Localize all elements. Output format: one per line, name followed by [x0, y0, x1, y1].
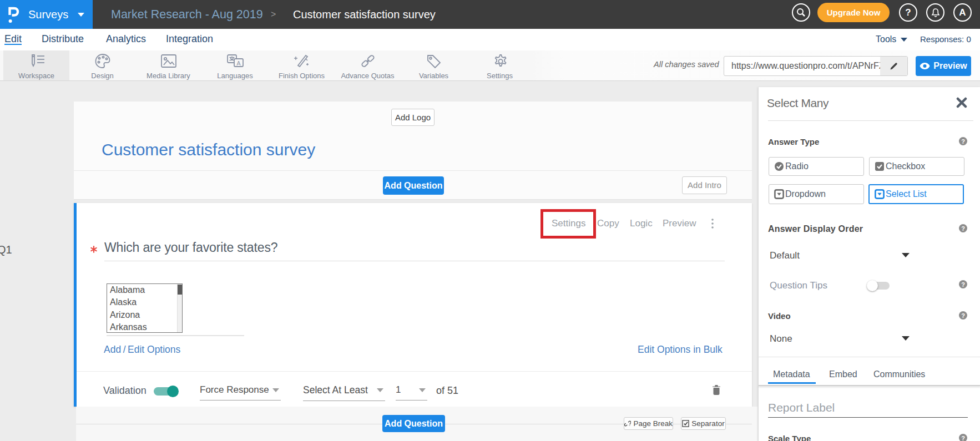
svg-text:?: ? — [961, 435, 965, 441]
svg-text:?: ? — [961, 281, 965, 288]
svg-text:?: ? — [961, 138, 965, 145]
svg-text:?: ? — [961, 312, 965, 319]
svg-text:?: ? — [961, 225, 965, 232]
svg-text:A: A — [236, 60, 240, 67]
